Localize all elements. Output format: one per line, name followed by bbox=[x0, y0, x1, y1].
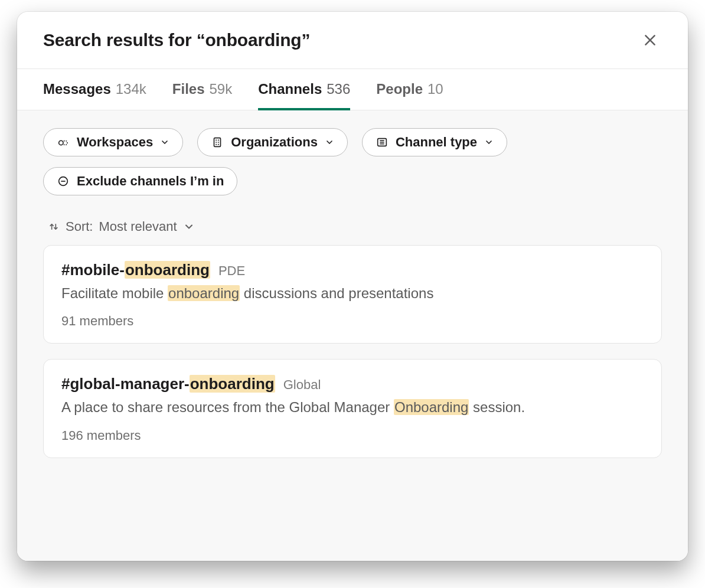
tab-channels[interactable]: Channels 536 bbox=[258, 69, 350, 110]
page-title: Search results for “onboarding” bbox=[43, 30, 310, 50]
tabs: Messages 134k Files 59k Channels 536 Peo… bbox=[17, 68, 688, 110]
tab-count: 134k bbox=[116, 81, 146, 97]
tab-messages[interactable]: Messages 134k bbox=[43, 69, 146, 110]
filter-organizations[interactable]: Organizations bbox=[197, 128, 348, 156]
sort-control[interactable]: Sort: Most relevant bbox=[48, 219, 662, 234]
close-icon bbox=[642, 32, 658, 48]
channel-name: #mobile-onboarding bbox=[61, 261, 210, 279]
channel-name: #global-manager-onboarding bbox=[61, 375, 275, 393]
tab-count: 536 bbox=[327, 81, 350, 97]
sort-value: Most relevant bbox=[99, 219, 177, 234]
svg-point-2 bbox=[59, 141, 63, 145]
channel-description: Facilitate mobile onboarding discussions… bbox=[61, 284, 644, 303]
channel-members: 91 members bbox=[61, 313, 644, 329]
highlight: onboarding bbox=[190, 375, 275, 393]
panel-header: Search results for “onboarding” bbox=[17, 12, 688, 68]
chevron-down-icon bbox=[183, 221, 195, 233]
tab-label: Files bbox=[172, 81, 205, 97]
channel-result[interactable]: #mobile-onboarding PDE Facilitate mobile… bbox=[43, 245, 662, 344]
channel-workspace-tag: PDE bbox=[218, 263, 245, 279]
minus-circle-icon bbox=[57, 175, 70, 188]
result-title-row: #global-manager-onboarding Global bbox=[61, 375, 644, 393]
list-icon bbox=[376, 136, 389, 149]
building-icon bbox=[211, 136, 224, 149]
result-title-row: #mobile-onboarding PDE bbox=[61, 261, 644, 279]
filter-exclude-my-channels[interactable]: Exclude channels I’m in bbox=[43, 167, 237, 195]
sort-prefix: Sort: bbox=[66, 219, 93, 234]
search-results-panel: Search results for “onboarding” Messages… bbox=[17, 12, 688, 561]
channel-description: A place to share resources from the Glob… bbox=[61, 398, 644, 417]
chevron-down-icon bbox=[160, 138, 169, 147]
tab-count: 10 bbox=[427, 81, 443, 97]
svg-rect-3 bbox=[214, 138, 221, 147]
filter-label: Exclude channels I’m in bbox=[77, 174, 224, 189]
highlight: onboarding bbox=[125, 261, 210, 279]
filter-workspaces[interactable]: Workspaces bbox=[43, 128, 183, 156]
filter-row: Workspaces Organizations Channel type Ex… bbox=[43, 128, 662, 195]
chevron-down-icon bbox=[325, 138, 334, 147]
chevron-down-icon bbox=[484, 138, 494, 147]
filter-label: Organizations bbox=[231, 135, 318, 150]
channel-members: 196 members bbox=[61, 428, 644, 443]
tab-label: Messages bbox=[43, 81, 111, 97]
filter-label: Workspaces bbox=[77, 135, 153, 150]
tab-label: People bbox=[376, 81, 423, 97]
tab-label: Channels bbox=[258, 81, 322, 97]
filter-channel-type[interactable]: Channel type bbox=[362, 128, 507, 156]
highlight: onboarding bbox=[168, 285, 240, 301]
panel-body: Workspaces Organizations Channel type Ex… bbox=[17, 110, 688, 561]
channel-workspace-tag: Global bbox=[283, 377, 321, 393]
workspace-icon bbox=[57, 136, 70, 149]
close-button[interactable] bbox=[638, 28, 662, 52]
filter-label: Channel type bbox=[396, 135, 477, 150]
tab-count: 59k bbox=[210, 81, 233, 97]
tab-people[interactable]: People 10 bbox=[376, 69, 443, 110]
tab-files[interactable]: Files 59k bbox=[172, 69, 232, 110]
channel-result[interactable]: #global-manager-onboarding Global A plac… bbox=[43, 359, 662, 458]
highlight: Onboarding bbox=[394, 399, 469, 415]
sort-icon bbox=[48, 221, 60, 233]
